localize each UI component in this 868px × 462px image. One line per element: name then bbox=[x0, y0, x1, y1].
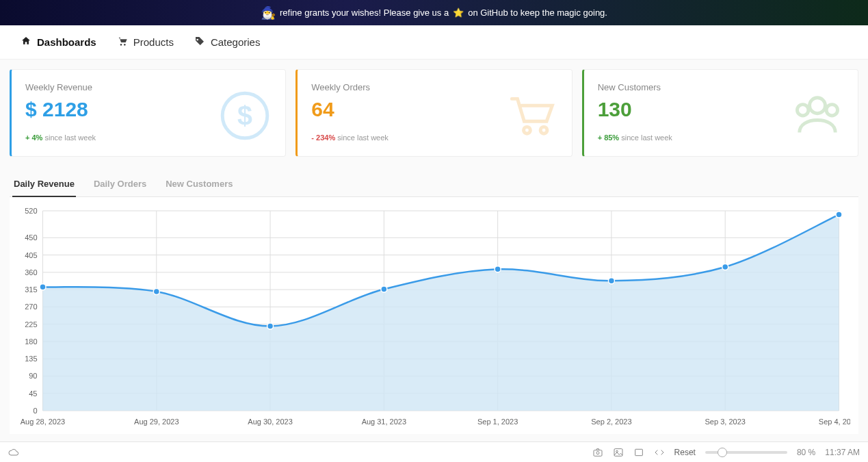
chart-tabs: Daily Revenue Daily Orders New Customers bbox=[10, 175, 858, 197]
svg-point-52 bbox=[608, 278, 614, 284]
svg-text:Aug 30, 2023: Aug 30, 2023 bbox=[248, 418, 292, 426]
camera-icon[interactable] bbox=[592, 447, 603, 458]
svg-text:Aug 28, 2023: Aug 28, 2023 bbox=[21, 418, 65, 426]
svg-text:Aug 29, 2023: Aug 29, 2023 bbox=[134, 418, 179, 426]
svg-text:Aug 31, 2023: Aug 31, 2023 bbox=[362, 418, 406, 426]
star-icon[interactable]: ⭐ bbox=[453, 8, 464, 18]
svg-text:0: 0 bbox=[33, 407, 37, 415]
svg-text:270: 270 bbox=[25, 303, 37, 311]
card-new-customers: New Customers 130 + 85% since last week bbox=[582, 69, 858, 157]
svg-text:Sep 1, 2023: Sep 1, 2023 bbox=[477, 418, 518, 426]
svg-point-49 bbox=[267, 323, 274, 329]
svg-point-47 bbox=[40, 284, 46, 290]
users-icon bbox=[789, 88, 845, 146]
nav-dashboards-label: Dashboards bbox=[37, 36, 96, 48]
zoom-slider-thumb[interactable] bbox=[718, 448, 727, 457]
nav-products-label: Products bbox=[133, 36, 174, 48]
card-weekly-orders: Weekly Orders 64 - 234% since last week bbox=[295, 69, 572, 157]
home-icon bbox=[21, 36, 31, 49]
svg-point-3 bbox=[540, 127, 547, 133]
card-revenue-delta-suffix: since last week bbox=[44, 133, 96, 142]
svg-point-51 bbox=[495, 266, 501, 272]
dollar-icon: $ bbox=[217, 88, 273, 146]
cloud-icon[interactable] bbox=[8, 447, 19, 458]
card-customers-delta-suffix: since last week bbox=[621, 133, 672, 142]
svg-point-6 bbox=[826, 105, 837, 116]
window-icon[interactable] bbox=[633, 447, 644, 458]
svg-text:$: $ bbox=[237, 100, 252, 130]
svg-rect-57 bbox=[614, 448, 622, 456]
svg-rect-55 bbox=[594, 450, 602, 456]
svg-text:45: 45 bbox=[29, 389, 37, 398]
reset-button[interactable]: Reset bbox=[674, 448, 696, 457]
svg-text:Sep 4, 2023: Sep 4, 2023 bbox=[819, 418, 850, 426]
nav-categories[interactable]: Categories bbox=[194, 36, 261, 49]
svg-text:315: 315 bbox=[25, 285, 37, 294]
zoom-slider[interactable] bbox=[705, 451, 787, 454]
card-revenue-delta-pct: + 4% bbox=[25, 133, 42, 142]
svg-text:90: 90 bbox=[29, 372, 37, 380]
tab-new-customers[interactable]: New Customers bbox=[164, 175, 234, 196]
top-nav: Dashboards Products Categories bbox=[0, 25, 868, 60]
zoom-value: 80 % bbox=[797, 448, 815, 457]
bottom-bar: Reset 80 % 11:37 AM bbox=[0, 441, 868, 462]
svg-text:520: 520 bbox=[25, 207, 37, 215]
cart-icon bbox=[117, 36, 128, 49]
chart-container: 04590135180225270315360405450520Aug 28, … bbox=[10, 197, 858, 434]
wizard-icon: 🧙‍♂️ bbox=[261, 5, 276, 21]
svg-text:180: 180 bbox=[25, 337, 37, 346]
svg-text:135: 135 bbox=[25, 355, 37, 363]
tab-daily-revenue[interactable]: Daily Revenue bbox=[12, 175, 76, 197]
svg-point-56 bbox=[596, 451, 599, 454]
card-weekly-revenue: Weekly Revenue $ 2128 + 4% since last we… bbox=[10, 69, 286, 157]
svg-point-54 bbox=[836, 211, 842, 218]
svg-point-53 bbox=[722, 264, 728, 270]
svg-text:225: 225 bbox=[25, 320, 37, 329]
nav-products[interactable]: Products bbox=[117, 36, 174, 49]
card-customers-delta-pct: + 85% bbox=[598, 133, 620, 142]
daily-revenue-chart[interactable]: 04590135180225270315360405450520Aug 28, … bbox=[12, 204, 850, 430]
shopping-cart-icon bbox=[503, 88, 560, 146]
svg-text:405: 405 bbox=[25, 251, 37, 259]
tab-daily-orders[interactable]: Daily Orders bbox=[92, 175, 148, 196]
svg-point-2 bbox=[523, 127, 530, 133]
svg-point-4 bbox=[810, 98, 826, 114]
nav-dashboards[interactable]: Dashboards bbox=[21, 36, 96, 49]
tag-icon bbox=[194, 36, 205, 49]
svg-point-5 bbox=[797, 105, 808, 116]
code-icon[interactable] bbox=[654, 447, 665, 458]
svg-text:Sep 2, 2023: Sep 2, 2023 bbox=[591, 418, 631, 426]
svg-rect-59 bbox=[635, 449, 642, 455]
image-icon[interactable] bbox=[613, 447, 624, 458]
svg-point-48 bbox=[153, 288, 159, 294]
kpi-cards-row: Weekly Revenue $ 2128 + 4% since last we… bbox=[10, 69, 858, 157]
svg-point-50 bbox=[381, 286, 387, 292]
clock-time: 11:37 AM bbox=[825, 448, 860, 457]
svg-text:Sep 3, 2023: Sep 3, 2023 bbox=[705, 418, 746, 426]
card-orders-delta-pct: - 234% bbox=[311, 133, 335, 142]
svg-text:360: 360 bbox=[25, 268, 37, 277]
chart-section: Daily Revenue Daily Orders New Customers… bbox=[10, 175, 858, 434]
banner-text-prefix: refine grants your wishes! Please give u… bbox=[280, 8, 449, 18]
nav-categories-label: Categories bbox=[211, 36, 261, 48]
svg-text:450: 450 bbox=[25, 233, 37, 242]
card-orders-delta-suffix: since last week bbox=[337, 133, 389, 142]
promo-banner: 🧙‍♂️ refine grants your wishes! Please g… bbox=[0, 0, 868, 25]
banner-text-suffix: on GitHub to keep the magic going. bbox=[468, 8, 607, 18]
